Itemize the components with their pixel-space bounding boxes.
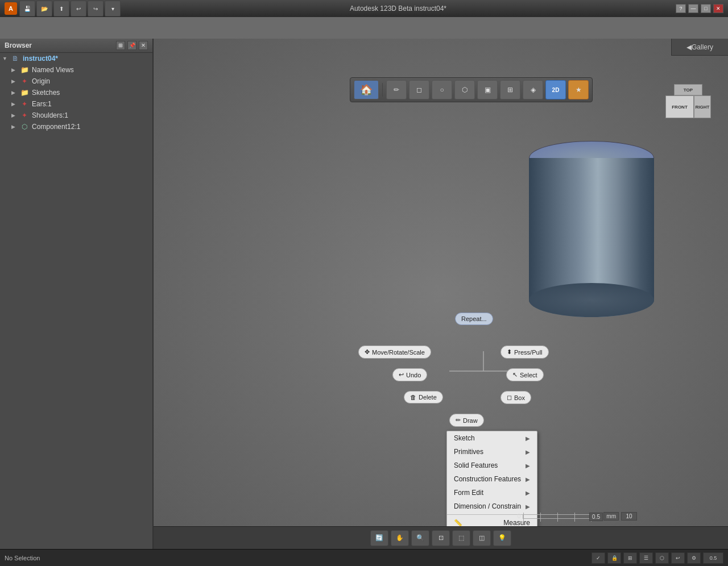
ctx-construction-features[interactable]: Construction Features ▶ <box>447 472 537 486</box>
ribbon-section-btn[interactable]: ▣ <box>477 80 498 99</box>
gallery-text: Gallery <box>692 43 713 51</box>
ribbon-box-btn[interactable]: ◻ <box>409 80 429 99</box>
redo-btn-top[interactable]: ↪ <box>88 1 104 16</box>
bt-orbit-btn[interactable]: 🔄 <box>370 530 388 546</box>
ctx-sketch[interactable]: Sketch ▶ <box>447 431 537 445</box>
tree-arrow-sketches: ▶ <box>11 90 19 95</box>
ctx-solid-features[interactable]: Solid Features ▶ <box>447 459 537 472</box>
ribbon-2d-btn[interactable]: 2D <box>545 80 566 99</box>
ctx-form-edit-arrow: ▶ <box>526 490 530 496</box>
select-btn[interactable]: ↖ Select <box>506 368 544 381</box>
status-undo-btn[interactable]: ↩ <box>671 552 685 564</box>
undo-btn-top[interactable]: ↩ <box>71 1 86 16</box>
cube-navigator[interactable]: TOP FRONT RIGHT <box>665 84 711 130</box>
status-grid-btn[interactable]: ⊞ <box>623 552 637 564</box>
ctx-primitives-arrow: ▶ <box>526 449 530 455</box>
tree-arrow-ears: ▶ <box>11 101 19 107</box>
ctx-primitives[interactable]: Primitives ▶ <box>447 445 537 459</box>
measure-icon-small: 📏 <box>454 519 462 527</box>
box-btn[interactable]: ◻ Box <box>500 391 531 404</box>
save-btn[interactable]: 💾 <box>19 1 35 16</box>
browser-grid-btn[interactable]: ⊞ <box>116 41 125 50</box>
move-rotate-scale-btn[interactable]: ✥ Move/Rotate/Scale <box>358 346 431 359</box>
undo-radial-btn[interactable]: ↩ Undo <box>392 368 427 381</box>
status-check-btn[interactable]: ✓ <box>592 552 605 564</box>
bt-fit-btn[interactable]: ⊡ <box>432 530 450 546</box>
repeat-btn[interactable]: Repeat... <box>455 313 493 325</box>
ribbon-extrude-btn[interactable]: ⬡ <box>454 80 475 99</box>
ribbon-sphere-btn[interactable]: ○ <box>432 80 452 99</box>
ctx-solid-features-arrow: ▶ <box>526 463 530 469</box>
tree-label-root: instruct04* <box>23 55 58 63</box>
tree-label-sketches: Sketches <box>32 89 60 97</box>
delete-btn[interactable]: 🗑 Delete <box>404 391 443 403</box>
export-btn[interactable]: ⬆ <box>53 1 69 16</box>
close-btn[interactable]: ✕ <box>713 4 723 13</box>
dropdown-btn[interactable]: ▾ <box>105 1 121 16</box>
tree-item-shoulders[interactable]: ▶ ✦ Shoulders:1 <box>0 110 152 121</box>
undo-radial-icon: ↩ <box>399 371 404 378</box>
ruler-tick-left <box>523 513 524 522</box>
bt-select-box-btn[interactable]: ⬚ <box>452 530 470 546</box>
viewport[interactable]: ◀ Gallery 🏠 ✏ ◻ ○ ⬡ ▣ ⊞ ◈ 2D ★ TOP FRONT… <box>154 39 728 549</box>
browser-pin-btn[interactable]: 📌 <box>127 41 136 50</box>
draw-btn[interactable]: ✏ Draw <box>449 414 484 427</box>
draw-label: Draw <box>463 417 478 424</box>
ribbon-home-btn[interactable]: 🏠 <box>354 80 379 99</box>
origin-icon: ✦ <box>19 77 30 85</box>
bt-pan-btn[interactable]: ✋ <box>391 530 409 546</box>
ctx-construction-arrow: ▶ <box>526 476 530 482</box>
press-pull-icon: ⬍ <box>507 348 512 356</box>
ctx-form-edit-label: Form Edit <box>454 489 483 497</box>
bt-lights-btn[interactable]: 💡 <box>493 530 511 546</box>
ribbon-pencil-btn[interactable]: ✏ <box>386 80 407 99</box>
ribbon-sep1 <box>382 83 383 97</box>
ribbon-pattern-btn[interactable]: ⊞ <box>500 80 520 99</box>
delete-label: Delete <box>419 394 437 401</box>
cube-right-face[interactable]: RIGHT <box>694 95 711 118</box>
status-snap-btn[interactable]: ☰ <box>639 552 653 564</box>
minimize-btn[interactable]: — <box>688 4 698 13</box>
press-pull-label: Press/Pull <box>514 349 543 356</box>
ruler-bottom-value: 0.5 <box>589 513 603 521</box>
select-icon: ↖ <box>512 371 518 378</box>
status-hex-btn[interactable]: ⬡ <box>655 552 669 564</box>
tree-item-root[interactable]: ▼ 🗎 instruct04* <box>0 53 152 64</box>
gallery-label: ◀ <box>686 43 692 51</box>
tree-item-component12[interactable]: ▶ ⬡ Component12:1 <box>0 121 152 132</box>
titlebar: A 💾 📂 ⬆ ↩ ↪ ▾ Autodesk 123D Beta instruc… <box>0 0 728 17</box>
ribbon-star-btn[interactable]: ★ <box>568 80 589 99</box>
bt-section-btn[interactable]: ◫ <box>473 530 491 546</box>
gallery-panel[interactable]: ◀ Gallery <box>671 39 728 56</box>
ctx-dimension-label: Dimension / Constrain <box>454 502 521 510</box>
status-percent-btn[interactable]: 0.5 <box>703 552 723 564</box>
ctx-sketch-arrow: ▶ <box>526 435 530 442</box>
ctx-dimension-constrain[interactable]: Dimension / Constrain ▶ <box>447 500 537 513</box>
tree-item-sketches[interactable]: ▶ 📁 Sketches <box>0 87 152 98</box>
folder-icon-named-views: 📁 <box>19 66 30 74</box>
toolbar-quick[interactable]: 💾 📂 ⬆ ↩ ↪ ▾ <box>19 1 121 16</box>
browser-close-btn[interactable]: ✕ <box>139 41 148 50</box>
cube-front-face[interactable]: FRONT <box>665 95 694 118</box>
tree-item-ears[interactable]: ▶ ✦ Ears:1 <box>0 98 152 110</box>
app-logo: A <box>5 2 17 15</box>
tree-arrow-named-views: ▶ <box>11 67 19 73</box>
root-icon: 🗎 <box>10 55 20 63</box>
status-settings-btn[interactable]: ⚙ <box>687 552 701 564</box>
tree-item-named-views[interactable]: ▶ 📁 Named Views <box>0 64 152 76</box>
press-pull-btn[interactable]: ⬍ Press/Pull <box>500 346 549 359</box>
select-label: Select <box>520 372 537 378</box>
help-btn[interactable]: ? <box>676 4 686 13</box>
ribbon-combine-btn[interactable]: ◈ <box>523 80 543 99</box>
status-lock-btn[interactable]: 🔒 <box>607 552 621 564</box>
tree-item-origin[interactable]: ▶ ✦ Origin <box>0 76 152 87</box>
box-icon: ◻ <box>507 394 512 401</box>
bt-zoom-btn[interactable]: 🔍 <box>411 530 429 546</box>
open-btn[interactable]: 📂 <box>36 1 52 16</box>
ruler-unit: mm <box>603 512 619 521</box>
ctx-form-edit[interactable]: Form Edit ▶ <box>447 486 537 500</box>
component-icon: ⬡ <box>19 123 30 131</box>
maximize-btn[interactable]: □ <box>701 4 711 13</box>
cube-top-face[interactable]: TOP <box>674 84 702 95</box>
cube-top-label: TOP <box>684 88 693 93</box>
